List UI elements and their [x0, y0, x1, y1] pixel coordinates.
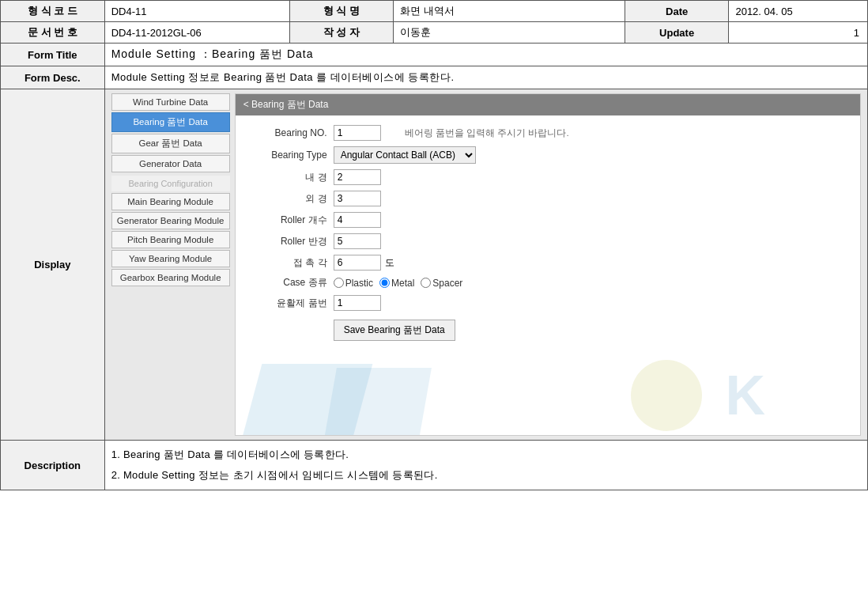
lubricant-row: 윤활제 품번: [248, 295, 847, 311]
sidebar: Wind Turbine DataBearing 품번 DataGear 품번 …: [111, 93, 230, 288]
form-desc-label: Form Desc.: [1, 66, 105, 89]
date-value: 2012. 04. 05: [729, 1, 868, 22]
header-row-1: 형 식 코 드 DD4-11 형 식 명 화면 내역서 Date 2012. 0…: [1, 1, 868, 22]
bearing-no-label: Bearing NO.: [248, 127, 327, 138]
description-label: Description: [1, 441, 105, 490]
form-title-value: Module Setting ：Bearing 품번 Data: [104, 44, 867, 66]
bearing-no-input[interactable]: [334, 125, 381, 141]
outer-dia-label: 외 경: [248, 192, 327, 206]
form-code-value: DD4-11: [104, 1, 289, 22]
sidebar-item-gearbox-bearing[interactable]: Gearbox Bearing Module: [111, 269, 230, 286]
lubricant-input[interactable]: [334, 295, 381, 311]
description-item: 1. Bearing 품번 Data 를 데이터베이스에 등록한다.: [111, 445, 861, 465]
description-row: Description 1. Bearing 품번 Data 를 데이터베이스에…: [1, 441, 868, 490]
main-table: 형 식 코 드 DD4-11 형 식 명 화면 내역서 Date 2012. 0…: [0, 0, 868, 490]
description-content: 1. Bearing 품번 Data 를 데이터베이스에 등록한다.2. Mod…: [104, 441, 867, 490]
sidebar-item-gear-poombon[interactable]: Gear 품번 Data: [111, 134, 230, 153]
case-type-label: Case 종류: [248, 276, 327, 289]
save-bearing-button[interactable]: Save Bearing 품번 Data: [334, 320, 455, 341]
watermark-shape-2: [324, 368, 432, 435]
case-type-radio-group: Plastic Metal Spacer: [334, 278, 463, 289]
update-value: 1: [729, 22, 868, 44]
form-desc-row: Form Desc. Module Setting 정보로 Bearing 품번…: [1, 66, 868, 89]
bearing-type-label: Bearing Type: [248, 149, 327, 161]
form-name-value: 화면 내역서: [394, 1, 625, 22]
contact-angle-row: 접 촉 각 도: [248, 255, 847, 271]
inner-dia-row: 내 경: [248, 169, 847, 185]
case-option-plastic[interactable]: Plastic: [334, 278, 373, 289]
roller-radius-row: Roller 반경: [248, 233, 847, 249]
display-label: Display: [1, 89, 105, 441]
sidebar-item-pitch-bearing[interactable]: Pitch Bearing Module: [111, 231, 230, 248]
case-option-metal[interactable]: Metal: [379, 278, 414, 289]
form-title-label: Form Title: [1, 44, 105, 66]
doc-no-value: DD4-11-2012GL-06: [104, 22, 289, 44]
form-desc-value: Module Setting 정보로 Bearing 품번 Data 를 데이터…: [104, 66, 867, 89]
roller-radius-input[interactable]: [334, 233, 381, 249]
panel-body: Bearing NO. 베어링 품번을 입력해 주시기 바랍니다. Bearin…: [236, 115, 860, 356]
update-label: Update: [625, 22, 729, 44]
date-label: Date: [625, 1, 729, 22]
bearing-no-row: Bearing NO. 베어링 품번을 입력해 주시기 바랍니다.: [248, 125, 847, 141]
form-name-label: 형 식 명: [289, 1, 394, 22]
sidebar-header-bearing-config: Bearing Configuration: [111, 176, 230, 191]
description-item: 2. Module Setting 정보는 초기 시점에서 임베디드 시스템에 …: [111, 465, 861, 486]
author-value: 이동훈: [394, 22, 625, 44]
author-label: 작 성 자: [289, 22, 394, 44]
sidebar-item-bearing-poombon[interactable]: Bearing 품번 Data: [111, 112, 230, 132]
case-option-spacer[interactable]: Spacer: [421, 278, 462, 289]
main-panel: < Bearing 품번 Data Bearing NO. 베어링 품번을 입력…: [235, 93, 861, 436]
inner-dia-label: 내 경: [248, 171, 327, 184]
contact-angle-input[interactable]: [334, 255, 381, 271]
watermark-circle: [631, 360, 702, 431]
case-radio-plastic[interactable]: [334, 278, 344, 288]
bearing-hint: 베어링 품번을 입력해 주시기 바랍니다.: [405, 127, 569, 139]
outer-dia-input[interactable]: [334, 191, 381, 206]
watermark-k: K: [725, 364, 765, 427]
case-type-row: Case 종류 Plastic Metal Spacer: [248, 276, 847, 289]
roller-radius-label: Roller 반경: [248, 235, 327, 248]
contact-angle-input-group: 도: [334, 255, 394, 271]
display-row: Display Wind Turbine DataBearing 품번 Data…: [1, 89, 868, 441]
header-row-2: 문 서 번 호 DD4-11-2012GL-06 작 성 자 이동훈 Updat…: [1, 22, 868, 44]
sidebar-item-gen-bearing[interactable]: Generator Bearing Module: [111, 212, 230, 229]
contact-angle-label: 접 촉 각: [248, 256, 327, 270]
watermark-area: K: [236, 356, 860, 435]
doc-no-label: 문 서 번 호: [1, 22, 105, 44]
form-title-row: Form Title Module Setting ：Bearing 품번 Da…: [1, 44, 868, 66]
inner-dia-input[interactable]: [334, 169, 381, 185]
sidebar-item-yaw-bearing[interactable]: Yaw Bearing Module: [111, 250, 230, 267]
panel-header: < Bearing 품번 Data: [236, 94, 860, 115]
lubricant-label: 윤활제 품번: [248, 297, 327, 310]
roller-count-row: Roller 개수: [248, 212, 847, 228]
sidebar-item-main-bearing[interactable]: Main Bearing Module: [111, 193, 230, 210]
bearing-type-select[interactable]: Angular Contact Ball (ACB)Deep Groove Ba…: [334, 146, 476, 164]
bearing-type-row: Bearing Type Angular Contact Ball (ACB)D…: [248, 146, 847, 164]
roller-count-input[interactable]: [334, 212, 381, 228]
sidebar-item-wind-turbine[interactable]: Wind Turbine Data: [111, 93, 230, 111]
case-radio-spacer[interactable]: [421, 278, 431, 288]
contact-angle-unit: 도: [385, 256, 394, 270]
inner-layout: Wind Turbine DataBearing 품번 DataGear 품번 …: [111, 93, 861, 436]
save-row: Save Bearing 품번 Data: [248, 316, 847, 341]
display-content: Wind Turbine DataBearing 품번 DataGear 품번 …: [104, 89, 867, 441]
sidebar-item-generator[interactable]: Generator Data: [111, 155, 230, 172]
roller-count-label: Roller 개수: [248, 214, 327, 227]
outer-dia-row: 외 경: [248, 191, 847, 206]
case-radio-metal[interactable]: [379, 278, 390, 288]
form-code-label: 형 식 코 드: [1, 1, 105, 22]
